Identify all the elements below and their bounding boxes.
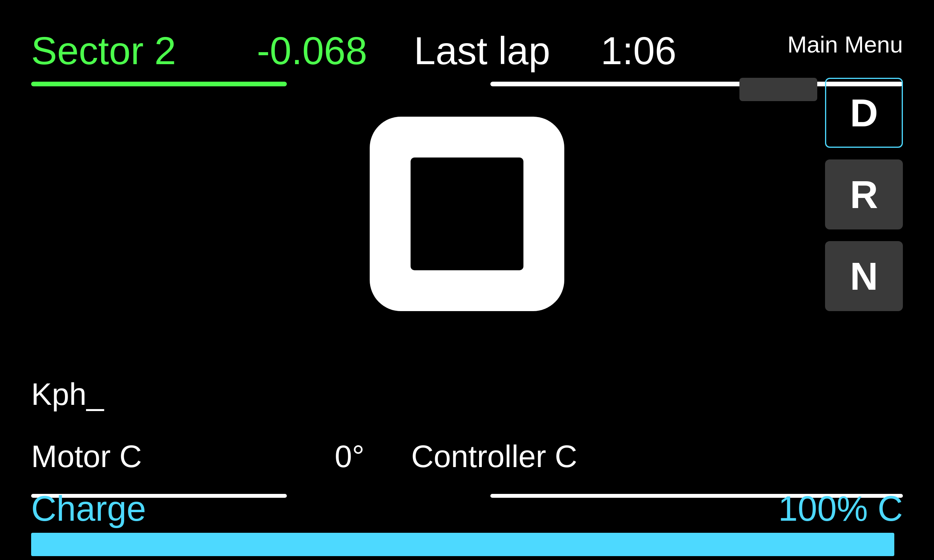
gear-buttons-panel: D R N — [825, 78, 903, 311]
charge-label: Charge — [31, 489, 146, 529]
sector-label: Sector 2 — [31, 28, 226, 73]
gear-r-button[interactable]: R — [825, 159, 903, 229]
last-lap-label: Last lap — [414, 28, 570, 73]
square-icon — [350, 97, 584, 331]
motor-label: Motor C — [31, 439, 163, 474]
sector-progress-fill — [31, 82, 287, 86]
speed-info: Kph_ — [31, 376, 104, 412]
motor-controller-row: Motor C 0° Controller C — [31, 439, 903, 474]
charge-row: Charge 100% C — [31, 489, 903, 529]
charge-percent: 100% C — [778, 489, 903, 529]
last-lap-time: 1:06 — [601, 28, 679, 73]
small-indicator-box — [739, 78, 817, 101]
svg-rect-1 — [411, 158, 523, 270]
header-row: Sector 2 -0.068 Last lap 1:06 Main Menu — [0, 23, 934, 78]
main-menu-button[interactable]: Main Menu — [787, 31, 903, 58]
charge-bar-container — [31, 533, 903, 556]
center-icon-area — [350, 97, 584, 331]
main-container: Sector 2 -0.068 Last lap 1:06 Main Menu … — [0, 0, 934, 560]
motor-temp: 0° — [335, 439, 364, 474]
sector-progress-bar — [31, 82, 444, 86]
gear-n-button[interactable]: N — [825, 241, 903, 311]
sector-time: -0.068 — [257, 28, 367, 73]
controller-label: Controller C — [411, 439, 577, 474]
gear-d-button[interactable]: D — [825, 78, 903, 148]
charge-bar-fill — [31, 533, 894, 556]
